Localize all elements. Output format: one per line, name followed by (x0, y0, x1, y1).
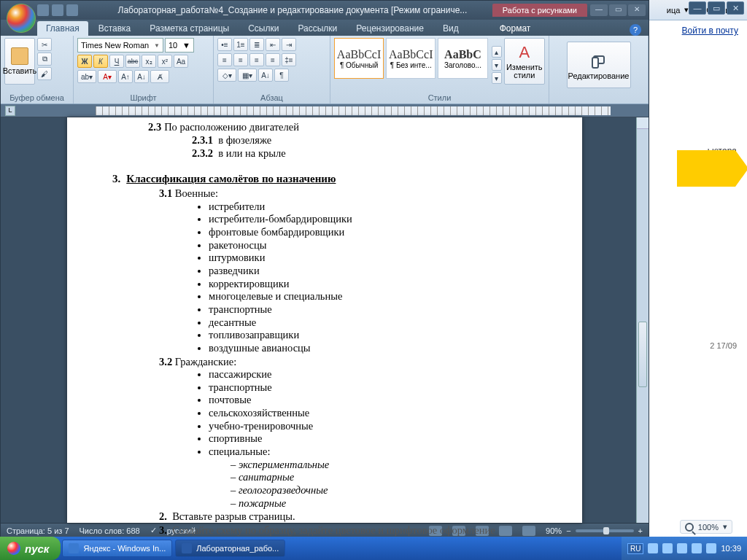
taskbar-item-word[interactable]: Лабораторная_рабо... (175, 540, 285, 557)
list-item: экспериментальные (231, 459, 541, 472)
close-button[interactable]: ✕ (727, 1, 744, 15)
list-item: разведчики (209, 265, 541, 278)
list-item: штурмовики (209, 252, 541, 265)
qa-save-icon[interactable] (37, 4, 49, 16)
windows-logo-icon (7, 542, 20, 555)
line-spacing-button[interactable]: ‡≡ (282, 53, 296, 66)
change-styles-icon: A (519, 43, 530, 62)
numbering-button[interactable]: 1≡ (233, 38, 248, 51)
qa-redo-icon[interactable] (66, 4, 78, 16)
show-marks-button[interactable]: ¶ (274, 69, 289, 82)
strike-button[interactable]: abc (125, 55, 140, 68)
taskbar-item-ie[interactable]: Яндекс - Windows In... (62, 540, 172, 557)
styles-row-down[interactable]: ▾ (492, 59, 502, 71)
justify-button[interactable]: ≡ (266, 53, 280, 66)
shrink-font-button[interactable]: A↓ (134, 70, 149, 83)
office-button[interactable] (7, 4, 36, 33)
vertical-scrollbar[interactable] (636, 117, 649, 523)
align-center-button[interactable]: ≡ (233, 53, 248, 66)
cut-button[interactable]: ✂ (37, 38, 52, 51)
mail-login-link[interactable]: Войти в почту (682, 26, 738, 36)
zoom-out-button[interactable]: − (566, 526, 570, 535)
list-item: пассажирские (209, 368, 541, 381)
copy-button[interactable]: ⧉ (37, 52, 52, 66)
borders-button[interactable]: ▦▾ (238, 69, 257, 82)
list-item: воздушные авианосцы (209, 342, 541, 355)
tray-icon[interactable] (692, 543, 702, 553)
underline-button[interactable]: Ч (109, 55, 124, 68)
bullets-button[interactable]: •≡ (217, 38, 232, 51)
indent-inc-button[interactable]: ⇥ (282, 38, 296, 51)
maximize-button[interactable]: ▭ (708, 1, 725, 15)
horizontal-ruler[interactable]: L (1, 104, 649, 117)
status-page[interactable]: Страница: 5 из 7 (7, 526, 69, 535)
word-icon (182, 543, 192, 553)
change-case-button[interactable]: Aa (174, 55, 188, 68)
list-item: геологоразведочные (231, 484, 541, 497)
language-indicator[interactable]: RU (627, 543, 643, 554)
style-heading1[interactable]: AaBbCЗаголово... (438, 38, 487, 79)
italic-button[interactable]: К (93, 55, 108, 68)
multilevel-button[interactable]: ≣ (249, 38, 264, 51)
word-minimize-button[interactable]: — (590, 4, 608, 16)
list-item: топливозаправщики (209, 329, 541, 342)
zoom-slider[interactable] (576, 529, 634, 532)
ie-zoom[interactable]: 100%▾ (680, 520, 732, 534)
font-size-combo[interactable]: 10▼ (165, 38, 194, 52)
status-words[interactable]: Число слов: 688 (80, 526, 140, 535)
list-item: ракетоносцы (209, 239, 541, 252)
list-item: многоцелевые и специальные (209, 290, 541, 303)
list-item: пожарные (231, 497, 541, 510)
align-right-button[interactable]: ≡ (249, 53, 264, 66)
font-name-combo[interactable]: Times New Roman▼ (77, 38, 163, 52)
grow-font-button[interactable]: A↑ (118, 70, 133, 83)
qa-undo-icon[interactable] (52, 4, 63, 16)
tab-view[interactable]: Вид (434, 21, 468, 36)
style-no-spacing[interactable]: AaBbCcI¶ Без инте... (386, 38, 436, 79)
tray-icon[interactable] (648, 543, 658, 553)
tray-icon[interactable] (706, 543, 716, 553)
change-styles-button[interactable]: A Изменить стили (504, 38, 546, 85)
group-paragraph-label: Абзац (217, 92, 326, 104)
tab-mailings[interactable]: Рассылки (289, 21, 346, 36)
tab-review[interactable]: Рецензирование (347, 21, 433, 36)
indent-dec-button[interactable]: ⇤ (266, 38, 280, 51)
word-restore-button[interactable]: ▭ (609, 4, 627, 16)
superscript-button[interactable]: x² (158, 55, 172, 68)
tab-format[interactable]: Формат (491, 21, 540, 36)
tab-home[interactable]: Главная (37, 21, 88, 36)
page-menu-fragment[interactable]: ица (667, 6, 681, 15)
list-item: корректировщики (209, 278, 541, 291)
style-normal[interactable]: AaBbCcI¶ Обычный (334, 38, 384, 79)
align-left-button[interactable]: ≡ (217, 53, 232, 66)
word-close-button[interactable]: ✕ (628, 4, 646, 16)
tab-insert[interactable]: Вставка (90, 21, 140, 36)
styles-more[interactable]: ▾ (492, 72, 502, 84)
shading-button[interactable]: ◇▾ (217, 69, 236, 82)
sort-button[interactable]: A↓ (258, 69, 273, 82)
tab-layout[interactable]: Разметка страницы (141, 21, 238, 36)
tab-selector[interactable]: L (5, 106, 15, 116)
minimize-button[interactable]: — (689, 1, 706, 15)
status-proofing-icon[interactable]: ✓ (150, 526, 157, 535)
group-clipboard-label: Буфер обмена (4, 92, 69, 104)
styles-row-up[interactable]: ▴ (492, 46, 502, 58)
format-painter-button[interactable]: 🖌 (37, 67, 52, 80)
highlight-button[interactable]: ab▾ (77, 70, 96, 83)
paste-button[interactable]: Вставить (4, 38, 35, 85)
tab-references[interactable]: Ссылки (239, 21, 287, 36)
clock[interactable]: 10:39 (721, 544, 741, 553)
bold-button[interactable]: Ж (77, 55, 92, 68)
help-icon[interactable]: ? (630, 24, 641, 36)
clear-format-button[interactable]: A̸ (150, 70, 169, 83)
tray-icon[interactable] (677, 543, 687, 553)
scrollbar-thumb[interactable] (638, 322, 647, 387)
editing-button[interactable]: Редактирование (567, 42, 631, 88)
start-button[interactable]: пуск (0, 537, 61, 560)
subscript-button[interactable]: x₂ (142, 55, 156, 68)
font-color-button[interactable]: A▾ (98, 70, 117, 83)
tray-icon[interactable] (662, 543, 673, 553)
zoom-in-button[interactable]: + (638, 526, 643, 535)
document-page[interactable]: 2.3По расположению двигателей 2.3.1 в фю… (67, 117, 582, 523)
zoom-level[interactable]: 90% (546, 526, 562, 535)
